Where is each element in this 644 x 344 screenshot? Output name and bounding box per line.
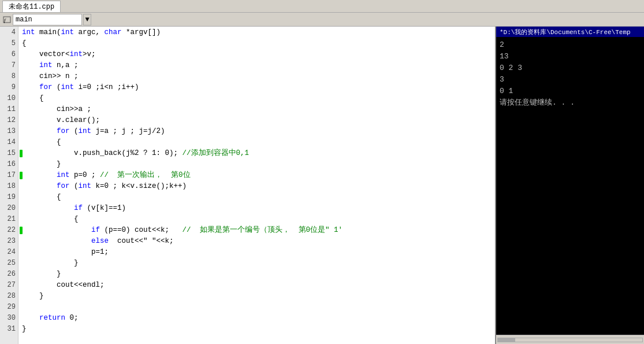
breakpoint-marker [20, 150, 23, 157]
code-line: { [22, 38, 495, 49]
output-scrollbar[interactable] [496, 335, 644, 344]
file-tab-label: 未命名11.cpp [9, 2, 54, 12]
line-number: 23 [0, 236, 16, 247]
code-line: int n,a ; [22, 60, 495, 71]
line-number: 9 [0, 82, 16, 93]
output-line: 0 2 3 [500, 62, 641, 74]
function-icon: f [2, 15, 12, 24]
output-line: 请按任意键继续. . . [500, 97, 641, 109]
line-number: 16 [0, 159, 16, 170]
breakpoint-marker [20, 172, 23, 179]
line-number: 22 [0, 225, 16, 236]
breakpoint-marker [20, 227, 23, 234]
code-line: cout<<endl; [22, 280, 495, 291]
code-line: } [22, 159, 495, 170]
line-number: 31 [0, 324, 16, 335]
line-number: 18 [0, 181, 16, 192]
line-number: 19 [0, 192, 16, 203]
line-number: 4 [0, 27, 16, 38]
output-line: 3 [500, 74, 641, 86]
code-line: v.push_back(j%2 ? 1: 0); //添加到容器中0,1 [22, 148, 495, 159]
code-line: vector<int>v; [22, 49, 495, 60]
function-selector[interactable]: main [13, 14, 82, 25]
output-line: 0 1 [500, 86, 641, 97]
file-tab[interactable]: 未命名11.cpp [2, 1, 61, 12]
scrollbar-thumb[interactable] [498, 338, 515, 342]
line-number: 8 [0, 71, 16, 82]
code-line: p=1; [22, 247, 495, 258]
code-line: for (int k=0 ; k<v.size();k++) [22, 181, 495, 192]
output-line: 2 [500, 39, 641, 51]
line-number: 17 [0, 170, 16, 181]
line-number: 25 [0, 258, 16, 269]
line-number: 12 [0, 115, 16, 126]
code-line: else cout<<" "<<k; [22, 236, 495, 247]
line-number: 5 [0, 38, 16, 49]
code-line: { [22, 137, 495, 148]
function-dropdown[interactable]: ▼ [83, 14, 91, 25]
code-line: for (int j=a ; j ; j=j/2) [22, 126, 495, 137]
line-number: 13 [0, 126, 16, 137]
code-area: 4567891011121314151617181920212223242526… [0, 27, 495, 344]
line-number: 11 [0, 104, 16, 115]
code-line: v.clear(); [22, 115, 495, 126]
line-number: 14 [0, 137, 16, 148]
line-number: 10 [0, 93, 16, 104]
line-number: 28 [0, 291, 16, 302]
code-line: int p=0 ; // 第一次输出， 第0位 [22, 170, 495, 181]
code-line: { [22, 192, 495, 203]
scrollbar-track[interactable] [497, 338, 643, 342]
line-number: 20 [0, 203, 16, 214]
title-bar: 未命名11.cpp [0, 0, 644, 13]
output-panel: *D:\我的资料库\Documents\C-Free\Temp 2130 2 3… [495, 27, 644, 344]
code-line: for (int i=0 ;i<n ;i++) [22, 82, 495, 93]
line-number: 6 [0, 49, 16, 60]
code-line: return 0; [22, 313, 495, 324]
code-line: { [22, 93, 495, 104]
output-line: 13 [500, 51, 641, 62]
line-number: 29 [0, 302, 16, 313]
line-number: 30 [0, 313, 16, 324]
code-line: if (p==0) cout<<k; // 如果是第一个编号（顶头， 第0位是"… [22, 225, 495, 236]
code-line: } [22, 291, 495, 302]
code-panel: 4567891011121314151617181920212223242526… [0, 27, 495, 344]
code-line: } [22, 269, 495, 280]
code-content[interactable]: int main(int argc, char *argv[]){ vector… [18, 27, 495, 344]
output-content: 2130 2 330 1请按任意键继续. . . [496, 37, 644, 335]
toolbar: f main ▼ [0, 13, 644, 27]
line-number: 24 [0, 247, 16, 258]
code-line: cin>>a ; [22, 104, 495, 115]
main-layout: 4567891011121314151617181920212223242526… [0, 27, 644, 344]
output-title: *D:\我的资料库\Documents\C-Free\Temp [496, 27, 644, 37]
line-numbers: 4567891011121314151617181920212223242526… [0, 27, 18, 344]
line-number: 7 [0, 60, 16, 71]
code-line [22, 302, 495, 313]
line-number: 27 [0, 280, 16, 291]
code-line: if (v[k]==1) [22, 203, 495, 214]
code-line: cin>> n ; [22, 71, 495, 82]
line-number: 21 [0, 214, 16, 225]
line-number: 26 [0, 269, 16, 280]
code-line: int main(int argc, char *argv[]) [22, 27, 495, 38]
code-line: } [22, 324, 495, 335]
code-line: { [22, 214, 495, 225]
code-line: } [22, 258, 495, 269]
line-number: 15 [0, 148, 16, 159]
